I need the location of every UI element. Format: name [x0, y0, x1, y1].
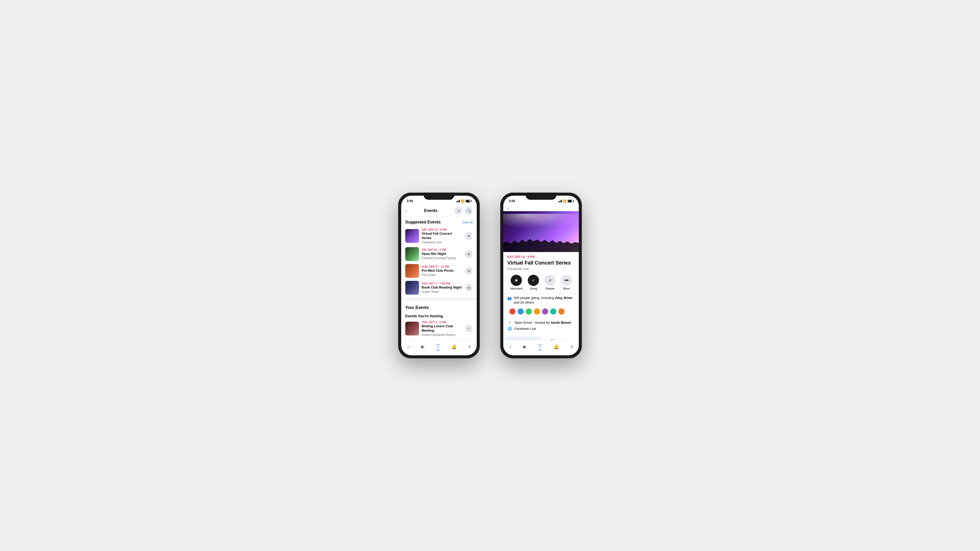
hosting-name-1: Writing Lovers Club Meeting	[422, 324, 463, 333]
check-icon: ✓	[531, 278, 535, 283]
events-scroll[interactable]: Suggested Events See All SAT, SEP 12 · 8…	[401, 217, 477, 340]
event-date-2: FRI, SEP 25 · 7 PM	[422, 248, 463, 251]
tab-events[interactable]: ▽	[433, 342, 443, 351]
suggested-title: Suggested Events	[405, 220, 441, 224]
suggested-see-all[interactable]: See All	[463, 221, 473, 224]
more-dots-icon: •••	[565, 278, 569, 283]
tab-discussion[interactable]: Discussion	[542, 336, 579, 340]
detail-title: Virtual Fall Concert Series	[508, 260, 575, 266]
suggested-event-1[interactable]: SAT, SEP 12 · 8 PM Virtual Fall Concert …	[401, 227, 477, 246]
hosting-title: Events You're Hosting	[401, 312, 477, 319]
tab-notifications[interactable]: 🔔	[448, 343, 460, 351]
nav-actions: + 🔍	[455, 207, 473, 214]
attendees-text: 500 people going, including Amy, Brian a…	[514, 295, 575, 305]
suggested-event-3[interactable]: SUN, SEP 27 · 12 PM Pre-Med Club Picnic …	[401, 262, 477, 279]
star-icon: ★	[514, 278, 518, 283]
bottom-tab-bar: ⌂ ▶ ▽ 🔔 ≡	[401, 340, 477, 355]
detail-back-button[interactable]: ‹	[508, 206, 509, 211]
wifi-icon: 📶	[461, 200, 465, 203]
globe-icon: 🌐	[508, 327, 512, 330]
event-location-3: The Quad	[422, 273, 463, 277]
event-thumb-3	[405, 264, 419, 278]
tab2-home[interactable]: ⌂	[506, 343, 515, 351]
tab-active-indicator	[436, 350, 440, 350]
hosting-info-1: THU, OCT 1 · 6 PM Writing Lovers Club Me…	[422, 321, 463, 337]
event-thumb-4	[405, 281, 419, 295]
your-events-title: Your Events	[405, 305, 429, 310]
page-title: Events	[424, 208, 438, 213]
host-row: ▽ Open Event · Hosted by Sarah Bloom	[508, 319, 575, 326]
more-label: More	[563, 287, 570, 290]
screen-event-detail: 2:04 📶 ‹	[503, 196, 579, 355]
tab2-events[interactable]: ▽	[535, 342, 545, 351]
people-icon: 👥	[508, 296, 512, 300]
status-time: 2:04	[407, 199, 413, 203]
interested-icon-circle: ★	[511, 275, 522, 286]
tab-about[interactable]: About	[504, 337, 541, 340]
back-button[interactable]: ‹	[405, 208, 407, 213]
hosting-action-1[interactable]	[465, 325, 473, 332]
detail-scroll[interactable]: SAT, SEP 12 · 8 PM Virtual Fall Concert …	[503, 252, 579, 340]
avatar-6	[550, 308, 557, 315]
signal-icon	[456, 200, 460, 202]
event-info-4: THU, OCT 1 · 7:30 PM Book Club Reading N…	[422, 282, 463, 294]
home-icon-2: ⌂	[509, 344, 512, 349]
interested-button[interactable]: ★ Interested	[510, 275, 522, 290]
event-meta: ▽ Open Event · Hosted by Sarah Bloom 🌐 F…	[503, 317, 579, 333]
add-event-button[interactable]: +	[455, 207, 463, 214]
event-save-2[interactable]: ★	[465, 250, 473, 258]
watch-icon-2: ▶	[523, 344, 527, 349]
hosting-event-1[interactable]: THU, OCT 1 · 6 PM Writing Lovers Club Me…	[401, 319, 477, 338]
event-name-1: Virtual Fall Concert Series	[422, 232, 463, 240]
share-button[interactable]: ↗ Share▾	[544, 275, 555, 290]
event-location-1: Facebook Live	[422, 241, 463, 244]
tab-active-indicator-2	[538, 350, 542, 350]
detail-date: SAT, SEP 12 · 8 PM	[508, 255, 575, 259]
tab-watch[interactable]: ▶	[418, 343, 428, 351]
screen-events-list: 2:04 📶 ‹ Events +	[401, 196, 477, 355]
wifi-icon-2: 📶	[563, 200, 566, 203]
suggested-event-2[interactable]: FRI, SEP 25 · 7 PM Open Mic Night Cardin…	[401, 246, 477, 262]
event-save-4[interactable]: ★	[465, 284, 473, 292]
avatar-3	[525, 308, 532, 315]
tab2-menu[interactable]: ≡	[567, 343, 576, 351]
bell-icon: 🔔	[451, 344, 457, 349]
avatar-5	[542, 308, 549, 315]
notch	[424, 192, 454, 200]
menu-icon-2: ≡	[570, 344, 573, 349]
notch-2	[526, 192, 556, 200]
tab-menu[interactable]: ≡	[465, 343, 474, 351]
events-icon: ▽	[436, 343, 440, 349]
tab-home[interactable]: ⌂	[404, 343, 413, 351]
suggested-section-header: Suggested Events See All	[401, 217, 477, 227]
event-thumb-1	[405, 229, 419, 243]
attendees-info: 500 people going, including Amy, Brian a…	[514, 295, 575, 305]
more-button[interactable]: ••• More	[561, 275, 572, 290]
section-divider-1	[401, 298, 477, 300]
event-hero-image	[503, 211, 579, 252]
concert-image	[503, 211, 579, 252]
status-icons-2: 📶	[558, 200, 573, 203]
event-location-4: Unitas Tower	[422, 290, 463, 294]
event-save-3[interactable]: ★	[465, 267, 473, 275]
nav-header: ‹ Events + 🔍	[401, 205, 477, 217]
going-icon-circle: ✓	[528, 275, 539, 286]
home-icon: ⌂	[407, 344, 410, 349]
concert-crowd	[503, 237, 579, 252]
event-name-3: Pre-Med Club Picnic	[422, 268, 463, 273]
event-name-4: Book Club Reading Night	[422, 286, 463, 290]
attendees-section: 👥 500 people going, including Amy, Brian…	[503, 293, 579, 307]
battery-icon-2	[568, 200, 573, 203]
event-info-3: SUN, SEP 27 · 12 PM Pre-Med Club Picnic …	[422, 265, 463, 277]
event-thumb-2	[405, 247, 419, 261]
going-button[interactable]: ✓ Going	[528, 275, 539, 290]
phone-event-detail: 2:04 📶 ‹	[500, 192, 582, 359]
tab2-notifications[interactable]: 🔔	[550, 343, 562, 351]
battery-icon	[466, 200, 471, 203]
event-name-2: Open Mic Night	[422, 252, 463, 256]
event-actions-row: ★ Interested ✓ Going ↗ Shar	[503, 273, 579, 293]
event-save-1[interactable]: ★	[465, 232, 473, 240]
suggested-event-4[interactable]: THU, OCT 1 · 7:30 PM Book Club Reading N…	[401, 279, 477, 296]
tab2-watch[interactable]: ▶	[520, 343, 530, 351]
search-button[interactable]: 🔍	[465, 207, 473, 214]
